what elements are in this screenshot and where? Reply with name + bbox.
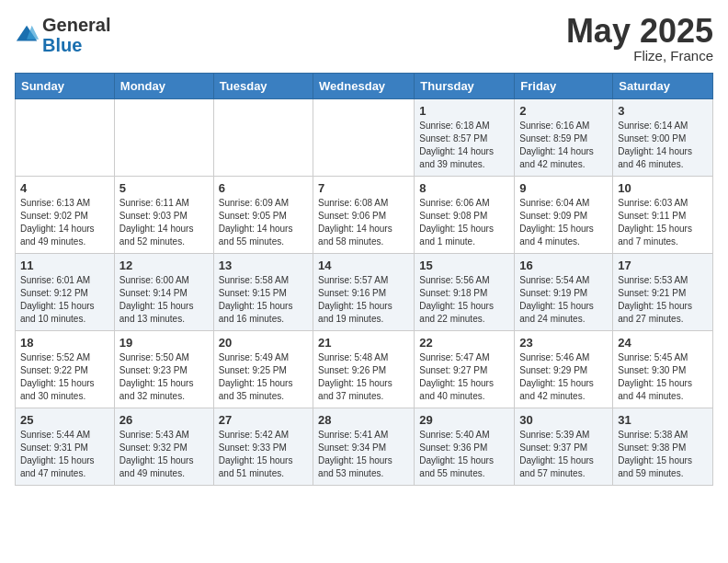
day-detail: Sunrise: 5:41 AM Sunset: 9:34 PM Dayligh… (318, 429, 409, 480)
calendar-cell: 29Sunrise: 5:40 AM Sunset: 9:36 PM Dayli… (415, 408, 515, 486)
header-day-tuesday: Tuesday (213, 74, 313, 99)
calendar-cell: 25Sunrise: 5:44 AM Sunset: 9:31 PM Dayli… (16, 408, 115, 486)
calendar-cell: 27Sunrise: 5:42 AM Sunset: 9:33 PM Dayli… (213, 408, 313, 486)
day-detail: Sunrise: 5:54 AM Sunset: 9:19 PM Dayligh… (519, 274, 608, 326)
day-number: 29 (419, 413, 509, 427)
day-number: 21 (318, 336, 409, 350)
day-detail: Sunrise: 6:11 AM Sunset: 9:03 PM Dayligh… (119, 197, 209, 248)
logo: General Blue (15, 15, 110, 55)
logo-icon (15, 22, 40, 48)
calendar-header: SundayMondayTuesdayWednesdayThursdayFrid… (16, 74, 713, 99)
calendar-cell: 12Sunrise: 6:00 AM Sunset: 9:14 PM Dayli… (114, 254, 213, 331)
day-number: 2 (519, 104, 608, 118)
header-day-friday: Friday (515, 74, 613, 99)
day-detail: Sunrise: 5:57 AM Sunset: 9:16 PM Dayligh… (318, 274, 409, 326)
page-header: General Blue May 2025 Flize, France (15, 15, 713, 63)
day-detail: Sunrise: 5:38 AM Sunset: 9:38 PM Dayligh… (618, 429, 708, 480)
calendar-cell: 7Sunrise: 6:08 AM Sunset: 9:06 PM Daylig… (313, 177, 415, 254)
day-number: 6 (219, 181, 308, 195)
day-number: 10 (618, 181, 708, 195)
calendar-cell: 20Sunrise: 5:49 AM Sunset: 9:25 PM Dayli… (213, 331, 313, 408)
logo-blue: Blue (42, 35, 82, 55)
day-number: 17 (618, 259, 708, 272)
day-number: 28 (318, 413, 409, 427)
day-number: 12 (119, 259, 209, 272)
calendar-cell: 31Sunrise: 5:38 AM Sunset: 9:38 PM Dayli… (613, 408, 713, 486)
day-number: 1 (419, 104, 509, 118)
calendar-cell: 6Sunrise: 6:09 AM Sunset: 9:05 PM Daylig… (213, 177, 313, 254)
day-detail: Sunrise: 5:56 AM Sunset: 9:18 PM Dayligh… (419, 274, 509, 326)
day-number: 31 (618, 413, 708, 427)
title-block: May 2025 Flize, France (566, 15, 713, 63)
day-detail: Sunrise: 5:45 AM Sunset: 9:30 PM Dayligh… (618, 351, 708, 403)
day-detail: Sunrise: 6:06 AM Sunset: 9:08 PM Dayligh… (419, 197, 509, 248)
calendar-cell: 3Sunrise: 6:14 AM Sunset: 9:00 PM Daylig… (613, 99, 713, 177)
calendar-cell (213, 99, 313, 177)
calendar-cell: 11Sunrise: 6:01 AM Sunset: 9:12 PM Dayli… (16, 254, 115, 331)
day-detail: Sunrise: 6:14 AM Sunset: 9:00 PM Dayligh… (618, 120, 708, 171)
day-number: 20 (219, 336, 308, 350)
day-detail: Sunrise: 6:03 AM Sunset: 9:11 PM Dayligh… (618, 197, 708, 248)
calendar-cell: 1Sunrise: 6:18 AM Sunset: 8:57 PM Daylig… (415, 99, 515, 177)
calendar-cell: 10Sunrise: 6:03 AM Sunset: 9:11 PM Dayli… (613, 177, 713, 254)
day-detail: Sunrise: 5:40 AM Sunset: 9:36 PM Dayligh… (419, 429, 509, 480)
day-number: 8 (419, 181, 509, 195)
logo-general: General (42, 15, 110, 35)
day-number: 26 (119, 413, 209, 427)
day-detail: Sunrise: 6:13 AM Sunset: 9:02 PM Dayligh… (20, 197, 109, 248)
day-detail: Sunrise: 5:58 AM Sunset: 9:15 PM Dayligh… (219, 274, 308, 326)
week-row-5: 25Sunrise: 5:44 AM Sunset: 9:31 PM Dayli… (16, 408, 713, 486)
day-detail: Sunrise: 5:44 AM Sunset: 9:31 PM Dayligh… (20, 429, 109, 480)
calendar-table: SundayMondayTuesdayWednesdayThursdayFrid… (15, 73, 713, 486)
calendar-cell: 26Sunrise: 5:43 AM Sunset: 9:32 PM Dayli… (114, 408, 213, 486)
day-number: 25 (20, 413, 109, 427)
day-detail: Sunrise: 5:47 AM Sunset: 9:27 PM Dayligh… (419, 351, 509, 403)
calendar-cell: 15Sunrise: 5:56 AM Sunset: 9:18 PM Dayli… (415, 254, 515, 331)
calendar-cell: 19Sunrise: 5:50 AM Sunset: 9:23 PM Dayli… (114, 331, 213, 408)
day-detail: Sunrise: 6:16 AM Sunset: 8:59 PM Dayligh… (519, 120, 608, 171)
header-day-saturday: Saturday (613, 74, 713, 99)
calendar-cell: 14Sunrise: 5:57 AM Sunset: 9:16 PM Dayli… (313, 254, 415, 331)
month-year: May 2025 (566, 15, 713, 48)
day-number: 22 (419, 336, 509, 350)
week-row-4: 18Sunrise: 5:52 AM Sunset: 9:22 PM Dayli… (16, 331, 713, 408)
calendar-cell: 18Sunrise: 5:52 AM Sunset: 9:22 PM Dayli… (16, 331, 115, 408)
day-detail: Sunrise: 5:49 AM Sunset: 9:25 PM Dayligh… (219, 351, 308, 403)
calendar-cell: 30Sunrise: 5:39 AM Sunset: 9:37 PM Dayli… (515, 408, 613, 486)
calendar-cell (16, 99, 115, 177)
calendar-cell: 4Sunrise: 6:13 AM Sunset: 9:02 PM Daylig… (16, 177, 115, 254)
day-detail: Sunrise: 6:01 AM Sunset: 9:12 PM Dayligh… (20, 274, 109, 326)
week-row-2: 4Sunrise: 6:13 AM Sunset: 9:02 PM Daylig… (16, 177, 713, 254)
calendar-cell: 17Sunrise: 5:53 AM Sunset: 9:21 PM Dayli… (613, 254, 713, 331)
day-number: 23 (519, 336, 608, 350)
day-number: 7 (318, 181, 409, 195)
day-number: 4 (20, 181, 109, 195)
header-day-thursday: Thursday (415, 74, 515, 99)
day-number: 27 (219, 413, 308, 427)
day-number: 3 (618, 104, 708, 118)
day-detail: Sunrise: 6:00 AM Sunset: 9:14 PM Dayligh… (119, 274, 209, 326)
calendar-cell: 22Sunrise: 5:47 AM Sunset: 9:27 PM Dayli… (415, 331, 515, 408)
calendar-cell: 16Sunrise: 5:54 AM Sunset: 9:19 PM Dayli… (515, 254, 613, 331)
calendar-cell: 9Sunrise: 6:04 AM Sunset: 9:09 PM Daylig… (515, 177, 613, 254)
day-number: 18 (20, 336, 109, 350)
calendar-cell (114, 99, 213, 177)
day-number: 24 (618, 336, 708, 350)
header-day-wednesday: Wednesday (313, 74, 415, 99)
day-number: 13 (219, 259, 308, 272)
calendar-cell: 24Sunrise: 5:45 AM Sunset: 9:30 PM Dayli… (613, 331, 713, 408)
header-day-sunday: Sunday (16, 74, 115, 99)
calendar-cell: 28Sunrise: 5:41 AM Sunset: 9:34 PM Dayli… (313, 408, 415, 486)
calendar-cell (313, 99, 415, 177)
day-detail: Sunrise: 5:53 AM Sunset: 9:21 PM Dayligh… (618, 274, 708, 326)
week-row-3: 11Sunrise: 6:01 AM Sunset: 9:12 PM Dayli… (16, 254, 713, 331)
day-detail: Sunrise: 5:52 AM Sunset: 9:22 PM Dayligh… (20, 351, 109, 403)
day-detail: Sunrise: 5:43 AM Sunset: 9:32 PM Dayligh… (119, 429, 209, 480)
day-number: 19 (119, 336, 209, 350)
week-row-1: 1Sunrise: 6:18 AM Sunset: 8:57 PM Daylig… (16, 99, 713, 177)
day-detail: Sunrise: 6:08 AM Sunset: 9:06 PM Dayligh… (318, 197, 409, 248)
day-number: 9 (519, 181, 608, 195)
calendar-body: 1Sunrise: 6:18 AM Sunset: 8:57 PM Daylig… (16, 99, 713, 486)
header-day-monday: Monday (114, 74, 213, 99)
day-number: 14 (318, 259, 409, 272)
